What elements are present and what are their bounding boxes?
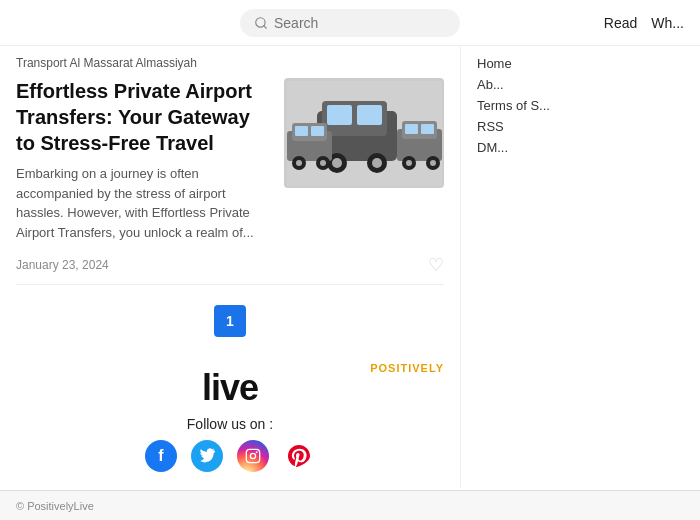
search-icon [254,16,268,30]
nav-read[interactable]: Read [604,15,637,31]
svg-rect-22 [421,124,434,134]
svg-rect-14 [311,126,324,136]
sidebar-link-terms[interactable]: Terms of S... [477,98,584,113]
sidebar-link-home[interactable]: Home [477,56,584,71]
brand-logo: POSITIVELY live [16,363,444,406]
pinterest-icon[interactable] [283,440,315,472]
svg-point-10 [372,158,382,168]
social-icons: f [16,440,444,472]
svg-point-24 [406,160,412,166]
sidebar-link-dm[interactable]: DM... [477,140,584,155]
right-sidebar: Home Ab... Terms of S... RSS DM... [460,46,600,488]
footer-bar: © PositivelyLive [0,490,700,520]
svg-point-8 [332,158,342,168]
facebook-icon[interactable]: f [145,440,177,472]
sidebar-link-rss[interactable]: RSS [477,119,584,134]
article-text: Effortless Private Airport Transfers: Yo… [16,78,268,242]
search-bar[interactable] [240,9,460,37]
article-card: Effortless Private Airport Transfers: Yo… [16,78,444,242]
divider [16,284,444,285]
svg-rect-13 [295,126,308,136]
svg-point-16 [296,160,302,166]
footer-text: © PositivelyLive [16,500,94,512]
main-wrapper: Transport Al Massarat Almassiyah Effortl… [0,46,700,488]
header-nav: Read Wh... [604,15,684,31]
sidebar-link-about[interactable]: Ab... [477,77,584,92]
svg-line-1 [264,25,267,28]
pagination: 1 [16,305,444,337]
brand-live: live [202,367,258,408]
like-button[interactable]: ♡ [428,254,444,276]
page-1-button[interactable]: 1 [214,305,246,337]
follow-text: Follow us on : [16,416,444,432]
article-meta: January 23, 2024 ♡ [16,254,444,276]
svg-point-28 [250,453,255,458]
twitter-icon[interactable] [191,440,223,472]
svg-point-18 [320,160,326,166]
breadcrumb: Transport Al Massarat Almassiyah [16,56,444,70]
article-image [284,78,444,188]
svg-rect-27 [246,449,259,462]
svg-point-29 [256,451,258,453]
svg-rect-6 [357,105,382,125]
footer-brand: POSITIVELY live Follow us on : f [16,353,444,478]
site-header: Read Wh... [0,0,700,46]
article-title: Effortless Private Airport Transfers: Yo… [16,78,268,156]
nav-wh[interactable]: Wh... [651,15,684,31]
article-excerpt: Embarking on a journey is often accompan… [16,164,268,242]
article-date: January 23, 2024 [16,258,109,272]
instagram-icon[interactable] [237,440,269,472]
svg-point-26 [430,160,436,166]
svg-rect-21 [405,124,418,134]
search-input[interactable] [274,15,446,31]
svg-rect-5 [327,105,352,125]
main-content: Transport Al Massarat Almassiyah Effortl… [0,46,460,488]
